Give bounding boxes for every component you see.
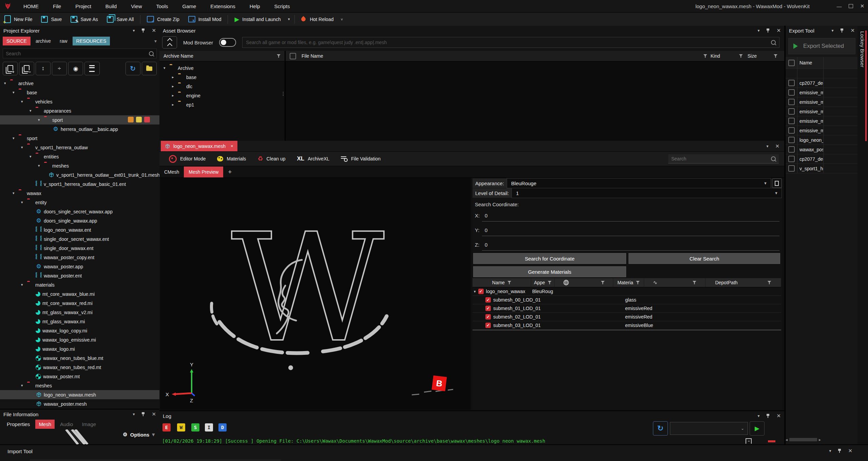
close-icon[interactable]: ✕ (152, 411, 156, 417)
expander-arrow[interactable] (30, 154, 34, 159)
tree-item[interactable]: ⚙ E EE E entities (0, 152, 159, 161)
hot-reload-button[interactable]: Hot Reload (297, 13, 338, 26)
log-run-button[interactable]: ▶ (750, 421, 765, 436)
add-tab-button[interactable]: + (223, 168, 236, 176)
file-validation-button[interactable]: File Validation (337, 156, 385, 162)
tree-item[interactable]: ⚙ E EE E wawax_poster_copy.ent (0, 253, 159, 262)
export-checkbox[interactable] (788, 99, 795, 105)
install-and-launch-button[interactable]: ▶ Install and Launch (230, 13, 285, 26)
panel-menu-icon[interactable]: ▾ (831, 28, 833, 33)
tree-item[interactable]: ⚙ E EE E mt_core_wawax_blue.mi (0, 289, 159, 299)
x-input[interactable]: 0 (485, 213, 487, 218)
material-checkbox[interactable] (485, 314, 491, 320)
export-row[interactable]: cp2077_deca (786, 78, 858, 88)
depot-path-column-header[interactable]: DepotPath (706, 278, 781, 287)
list-view-button[interactable] (84, 62, 99, 75)
tab-archive[interactable]: archive (32, 37, 55, 45)
export-checkbox[interactable] (788, 127, 795, 134)
export-horizontal-scrollbar[interactable]: ◄ ► (785, 437, 822, 442)
name-column-header[interactable]: Name (472, 278, 531, 287)
expander-arrow[interactable] (13, 191, 17, 195)
document-tab[interactable]: logo_neon_wawax.mesh × (161, 141, 237, 151)
material-checkbox[interactable] (485, 297, 491, 303)
menu-item[interactable]: Tools (149, 3, 175, 9)
close-icon[interactable]: ✕ (850, 27, 855, 34)
open-folder-button[interactable] (142, 62, 157, 75)
mod-browser-toggle[interactable] (219, 38, 236, 47)
expander-arrow[interactable] (21, 283, 25, 287)
expander-arrow[interactable] (13, 136, 17, 140)
preview-file-button[interactable]: ◉ (68, 62, 83, 75)
clear-search-button[interactable]: Clear Search (629, 253, 780, 264)
export-checkbox[interactable] (788, 137, 795, 143)
refresh-button[interactable]: ↻ (126, 62, 140, 75)
tab-list-icon[interactable]: ▾ (766, 144, 768, 149)
launch-dropdown-arrow[interactable]: ▾ (285, 17, 293, 21)
editor-mode-button[interactable]: Editor Mode (165, 155, 210, 163)
select-all-checkbox[interactable] (788, 60, 795, 66)
tree-item[interactable]: ⚙ E EE E materials (0, 280, 159, 289)
mesh-viewport[interactable]: W Y X (160, 178, 471, 410)
export-row[interactable]: v_sport1_her (786, 164, 858, 173)
menu-item[interactable]: HOME (16, 3, 46, 9)
pin-icon[interactable] (766, 28, 770, 33)
expander-arrow[interactable] (21, 383, 25, 388)
tree-item[interactable]: ⚙ E EE E wawax (0, 189, 159, 198)
tree-item[interactable]: ⚙ E EE E sport (0, 115, 159, 124)
y-input[interactable]: 0 (485, 227, 487, 233)
filter-icon[interactable] (774, 54, 777, 58)
expander-arrow[interactable] (172, 75, 176, 79)
convert-icon[interactable] (128, 117, 134, 122)
tree-item[interactable]: ⚙ E EE E base (0, 88, 159, 97)
save-as-button[interactable]: Save As (66, 13, 102, 26)
tab-resources[interactable]: RESOURCES (73, 37, 110, 45)
menu-item[interactable]: Game (175, 3, 204, 9)
options-button[interactable]: ⚙ Options ▾ (123, 431, 155, 438)
tab-mesh-preview[interactable]: Mesh Preview (184, 167, 223, 177)
tree-item[interactable]: ⚙ E EE E wawax_poster.mesh (0, 399, 159, 408)
material-row[interactable]: ▾ logo_neon_wawax BleuRoug (472, 287, 781, 296)
menu-item[interactable]: Scripts (267, 3, 297, 9)
tree-item[interactable]: ⚙ E EE E wawax_logo_emissive.mi (0, 335, 159, 344)
export-row[interactable]: cp2077_deca (786, 154, 858, 164)
export-checkbox[interactable] (788, 118, 795, 124)
tree-item[interactable]: ⚙ E EE E single_door_secret_wawax.ent (0, 234, 159, 244)
filter-icon[interactable] (693, 281, 696, 284)
menu-item[interactable]: File (46, 3, 68, 9)
material-checkbox[interactable] (485, 323, 491, 328)
collapse-all-button[interactable]: ÷ (52, 62, 67, 75)
filter-icon[interactable] (601, 281, 605, 284)
material-row[interactable]: ▾ submesh_01_LOD_01 emissiveRed (472, 304, 781, 313)
tab-audio[interactable]: Audio (57, 420, 76, 429)
export-checkbox[interactable] (788, 80, 795, 86)
tree-item[interactable]: ⚙ E EE E archive (0, 79, 159, 88)
mesh-search-input[interactable]: Search (668, 154, 779, 164)
select-all-checkbox[interactable] (290, 53, 296, 59)
materials-button[interactable]: Materials (213, 156, 250, 161)
tree-item[interactable]: ⚙ E EE E wawax_logo.mi (0, 344, 159, 353)
panel-menu-icon[interactable]: ▾ (757, 414, 759, 418)
menu-item[interactable]: Build (98, 3, 124, 9)
pin-icon[interactable] (141, 28, 145, 33)
export-row[interactable]: logo_neon_w (786, 135, 858, 145)
archive-tree-item[interactable]: dlc (159, 82, 285, 91)
filter-icon[interactable] (636, 281, 640, 284)
export-checkbox[interactable] (788, 156, 795, 162)
close-tab-icon[interactable]: × (231, 143, 233, 149)
panel-menu-icon[interactable]: ▾ (133, 412, 135, 417)
tree-item[interactable]: ⚙ E EE E logo_neon_wawax.ent (0, 225, 159, 234)
project-search-input[interactable]: Search (3, 49, 157, 58)
tree-item[interactable]: ⚙ E EE E meshes (0, 381, 159, 390)
tree-item[interactable]: ⚙ E EE E v_sport1_herrera_outlaw (0, 143, 159, 152)
tree-item[interactable]: ⚙ E EE E wawax_poster.ent (0, 271, 159, 280)
export-checkbox[interactable] (788, 165, 795, 172)
expander-arrow[interactable] (172, 93, 176, 98)
tree-item[interactable]: ⚙ E EE E v_sport1_herrera_outlaw_basic_0… (0, 179, 159, 189)
archive-tree-item[interactable]: ep1 (159, 100, 285, 109)
export-row[interactable]: emissive_ma (786, 126, 858, 135)
install-mod-button[interactable]: Install Mod (184, 13, 226, 26)
filter-icon[interactable] (739, 54, 743, 58)
close-icon[interactable]: ✕ (776, 413, 781, 419)
tree-item[interactable]: ⚙ E EE E logo_neon_wawax.mesh (0, 390, 159, 399)
tab-properties[interactable]: Properties (3, 420, 33, 429)
